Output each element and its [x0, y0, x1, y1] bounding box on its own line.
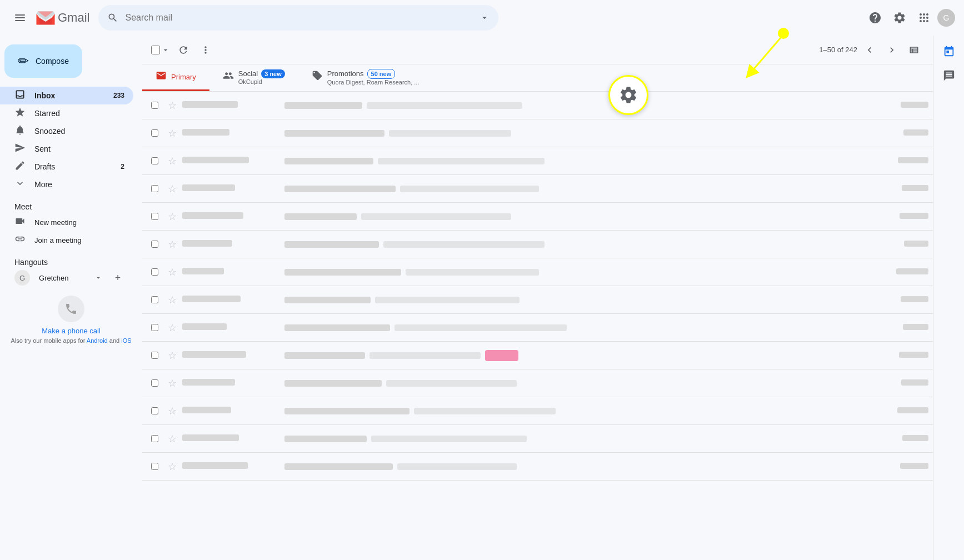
star-button[interactable]: ☆ [164, 183, 180, 195]
row-checkbox[interactable] [151, 157, 158, 164]
table-row[interactable]: ☆ [142, 147, 933, 175]
compose-button[interactable]: ✏ Compose [4, 44, 82, 78]
android-link[interactable]: Android [87, 337, 108, 344]
add-hangout-button[interactable]: + [111, 271, 124, 284]
row-checkbox[interactable] [151, 268, 158, 276]
table-row[interactable]: ☆ [142, 258, 933, 286]
row-checkbox-wrapper[interactable] [147, 268, 162, 276]
row-checkbox-wrapper[interactable] [147, 102, 162, 109]
right-panel-chat-icon[interactable] [938, 64, 960, 87]
drafts-label: Drafts [34, 162, 112, 171]
table-row[interactable]: ☆ [142, 203, 933, 231]
right-panel-calendar-icon[interactable] [938, 40, 960, 62]
sidebar-item-new-meeting[interactable]: New meeting [0, 213, 133, 231]
star-button[interactable]: ☆ [164, 349, 180, 362]
row-checkbox[interactable] [151, 129, 158, 137]
star-button[interactable]: ☆ [164, 461, 180, 473]
tab-promotions[interactable]: Promotions 50 new Quora Digest, Roam Res… [298, 64, 433, 91]
star-button[interactable]: ☆ [164, 377, 180, 389]
search-bar[interactable] [98, 5, 498, 31]
row-checkbox-wrapper[interactable] [147, 157, 162, 164]
table-row[interactable]: ☆ [142, 231, 933, 258]
table-row[interactable]: ☆ [142, 397, 933, 425]
view-options-button[interactable] [904, 40, 924, 60]
star-button[interactable]: ☆ [164, 238, 180, 251]
star-button[interactable]: ☆ [164, 155, 180, 167]
row-checkbox[interactable] [151, 102, 158, 109]
next-page-button[interactable] [882, 40, 902, 60]
sidebar-item-drafts[interactable]: Drafts 2 [0, 158, 133, 176]
prev-page-button[interactable] [860, 40, 880, 60]
star-button[interactable]: ☆ [164, 322, 180, 334]
sidebar-item-join-meeting[interactable]: Join a meeting [0, 231, 133, 249]
table-row[interactable]: ☆ [142, 425, 933, 453]
row-checkbox[interactable] [151, 463, 158, 470]
row-checkbox-wrapper[interactable] [147, 463, 162, 470]
row-sender [182, 434, 282, 443]
star-button[interactable]: ☆ [164, 99, 180, 112]
avatar[interactable]: G [937, 9, 955, 27]
tab-social[interactable]: Social 3 new OkCupid [209, 64, 298, 91]
star-button[interactable]: ☆ [164, 266, 180, 278]
sidebar-item-sent[interactable]: Sent [0, 140, 133, 158]
email-toolbar: 1–50 of 242 [142, 36, 933, 64]
row-date [884, 157, 928, 165]
row-checkbox-wrapper[interactable] [147, 185, 162, 192]
apps-button[interactable] [913, 7, 935, 29]
sidebar-item-starred[interactable]: Starred [0, 104, 133, 122]
table-row[interactable]: ☆ [142, 342, 933, 369]
row-checkbox-wrapper[interactable] [147, 352, 162, 359]
row-checkbox[interactable] [151, 324, 158, 331]
row-checkbox[interactable] [151, 435, 158, 442]
sidebar-item-snoozed[interactable]: Snoozed [0, 122, 133, 140]
social-tab-label: Social [238, 69, 258, 78]
row-checkbox[interactable] [151, 241, 158, 248]
row-checkbox[interactable] [151, 296, 158, 303]
select-all-wrapper[interactable] [151, 40, 171, 60]
row-checkbox[interactable] [151, 379, 158, 387]
hamburger-button[interactable] [9, 7, 31, 29]
row-checkbox-wrapper[interactable] [147, 324, 162, 331]
row-sender [182, 462, 282, 471]
select-all-checkbox[interactable] [151, 46, 160, 54]
star-button[interactable]: ☆ [164, 433, 180, 445]
tab-primary[interactable]: Primary [142, 64, 209, 91]
snoozed-label: Snoozed [34, 127, 124, 136]
table-row[interactable]: ☆ [142, 175, 933, 203]
row-checkbox[interactable] [151, 213, 158, 220]
select-dropdown-button[interactable] [160, 40, 171, 60]
row-checkbox[interactable] [151, 185, 158, 192]
row-checkbox[interactable] [151, 352, 158, 359]
row-date [884, 102, 928, 109]
sidebar-hangout-user[interactable]: G Gretchen + [0, 269, 133, 287]
table-row[interactable]: ☆ [142, 453, 933, 481]
row-checkbox-wrapper[interactable] [147, 129, 162, 137]
more-actions-button[interactable] [196, 40, 216, 60]
star-button[interactable]: ☆ [164, 211, 180, 223]
search-input[interactable] [125, 13, 473, 23]
row-checkbox-wrapper[interactable] [147, 296, 162, 303]
refresh-button[interactable] [173, 40, 193, 60]
ios-link[interactable]: iOS [121, 337, 131, 344]
row-checkbox[interactable] [151, 407, 158, 414]
row-checkbox-wrapper[interactable] [147, 241, 162, 248]
star-button[interactable]: ☆ [164, 294, 180, 306]
sidebar-item-more[interactable]: More [0, 176, 133, 193]
make-call-link[interactable]: Make a phone call [9, 327, 133, 335]
table-row[interactable]: ☆ [142, 119, 933, 147]
sidebar-item-inbox[interactable]: Inbox 233 [0, 87, 133, 104]
row-checkbox-wrapper[interactable] [147, 435, 162, 442]
table-row[interactable]: ☆ [142, 314, 933, 342]
table-row[interactable]: ☆ [142, 92, 933, 119]
star-button[interactable]: ☆ [164, 405, 180, 417]
table-row[interactable]: ☆ [142, 286, 933, 314]
row-checkbox-wrapper[interactable] [147, 379, 162, 387]
star-button[interactable]: ☆ [164, 127, 180, 139]
row-checkbox-wrapper[interactable] [147, 213, 162, 220]
row-date [884, 379, 928, 387]
table-row[interactable]: ☆ [142, 369, 933, 397]
help-button[interactable] [864, 7, 886, 29]
row-checkbox-wrapper[interactable] [147, 407, 162, 414]
settings-button[interactable] [888, 7, 911, 29]
gmail-logo[interactable]: Gmail [36, 10, 89, 26]
